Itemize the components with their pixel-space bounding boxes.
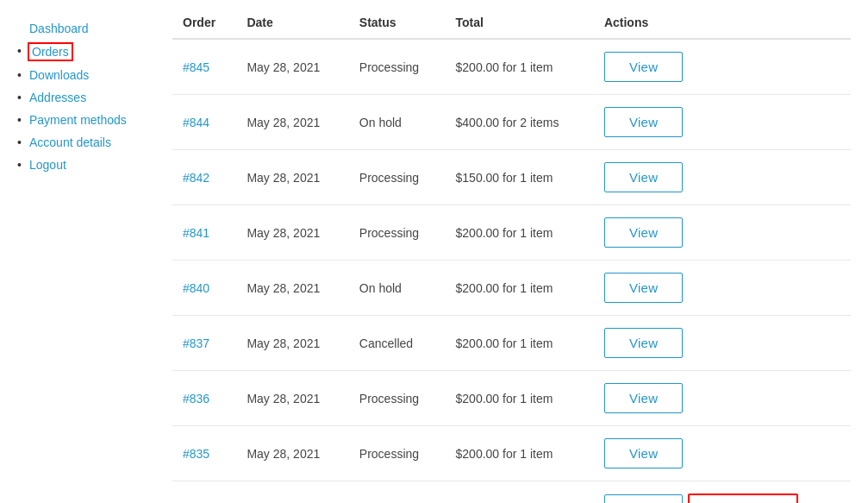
sidebar-item-dashboard[interactable]: Dashboard	[17, 17, 147, 40]
order-date: May 28, 2021	[236, 205, 348, 261]
order-link[interactable]: #837	[183, 336, 209, 350]
order-date: May 28, 2021	[236, 426, 348, 481]
order-date: May 21, 2021	[236, 481, 348, 504]
order-total: $200.00 for 1 item	[446, 261, 594, 316]
order-link[interactable]: #835	[183, 447, 209, 461]
order-actions: View	[594, 261, 851, 316]
col-header-date: Date	[236, 9, 348, 39]
order-status: On hold	[349, 95, 446, 150]
table-row: #842May 28, 2021Processing$150.00 for 1 …	[172, 150, 851, 205]
order-status: Cancelled	[349, 316, 446, 371]
col-header-total: Total	[446, 9, 594, 39]
table-row: #836May 28, 2021Processing$200.00 for 1 …	[172, 371, 851, 426]
order-date: May 28, 2021	[236, 150, 348, 205]
order-actions: View	[594, 371, 851, 426]
order-number: #841	[172, 205, 236, 261]
col-header-status: Status	[349, 9, 446, 39]
view-button[interactable]: View	[604, 328, 683, 358]
sidebar: DashboardOrdersDownloadsAddressesPayment…	[0, 0, 155, 503]
order-actions: View	[594, 205, 851, 261]
order-link[interactable]: #840	[183, 281, 209, 295]
order-date: May 28, 2021	[236, 261, 348, 316]
sidebar-item-account-details[interactable]: Account details	[17, 131, 147, 154]
sidebar-link-logout[interactable]: Logout	[29, 158, 66, 172]
sidebar-link-downloads[interactable]: Downloads	[29, 68, 89, 82]
order-date: May 28, 2021	[236, 95, 348, 150]
order-total: $200.00 for 1 item	[446, 205, 594, 261]
table-row: #834May 21, 2021Completed$350.00 for 2 i…	[172, 481, 851, 504]
order-date: May 28, 2021	[236, 371, 348, 426]
table-row: #844May 28, 2021On hold$400.00 for 2 ite…	[172, 95, 851, 150]
order-actions: View	[594, 316, 851, 371]
order-total: $200.00 for 1 item	[446, 426, 594, 481]
order-total: $200.00 for 1 item	[446, 371, 594, 426]
order-status: Processing	[349, 150, 446, 205]
order-number: #840	[172, 261, 236, 316]
order-link[interactable]: #836	[183, 392, 209, 406]
order-number: #845	[172, 39, 236, 95]
view-button[interactable]: View	[604, 383, 683, 413]
view-button[interactable]: View	[604, 438, 683, 468]
order-total: $200.00 for 1 item	[446, 39, 594, 95]
table-row: #845May 28, 2021Processing$200.00 for 1 …	[172, 39, 851, 95]
sidebar-item-downloads[interactable]: Downloads	[17, 64, 147, 86]
order-total: $400.00 for 2 items	[446, 95, 594, 150]
order-number: #842	[172, 150, 236, 205]
table-row: #835May 28, 2021Processing$200.00 for 1 …	[172, 426, 851, 481]
sidebar-item-logout[interactable]: Logout	[17, 154, 147, 176]
order-number: #835	[172, 426, 236, 481]
sidebar-item-payment-methods[interactable]: Payment methods	[17, 109, 147, 131]
order-total: $200.00 for 1 item	[446, 316, 594, 371]
view-button[interactable]: View	[604, 107, 683, 137]
order-actions: View	[594, 426, 851, 481]
order-link[interactable]: #845	[183, 60, 209, 74]
order-date: May 28, 2021	[236, 39, 348, 95]
order-link[interactable]: #842	[183, 171, 209, 185]
order-link[interactable]: #844	[183, 116, 209, 129]
order-number: #844	[172, 95, 236, 150]
order-status: Processing	[349, 205, 446, 261]
order-number: #836	[172, 371, 236, 426]
sidebar-item-addresses[interactable]: Addresses	[17, 86, 147, 109]
order-status: Processing	[349, 426, 446, 481]
order-total: $350.00 for 2 items	[446, 481, 594, 504]
sidebar-link-orders[interactable]: Orders	[29, 44, 72, 60]
orders-table: OrderDateStatusTotalActions #845May 28, …	[172, 9, 851, 503]
order-number: #834	[172, 481, 236, 504]
order-number: #837	[172, 316, 236, 371]
main-content: OrderDateStatusTotalActions #845May 28, …	[155, 0, 868, 503]
order-status: On hold	[349, 261, 446, 316]
order-date: May 28, 2021	[236, 316, 348, 371]
table-row: #840May 28, 2021On hold$200.00 for 1 ite…	[172, 261, 851, 316]
view-button[interactable]: View	[604, 52, 683, 82]
col-header-actions: Actions	[594, 9, 851, 39]
table-row: #841May 28, 2021Processing$200.00 for 1 …	[172, 205, 851, 261]
sidebar-link-payment-methods[interactable]: Payment methods	[29, 113, 127, 127]
view-button[interactable]: View	[604, 162, 683, 192]
sidebar-link-account-details[interactable]: Account details	[29, 135, 111, 149]
order-status: Completed	[349, 481, 446, 504]
order-actions: View	[594, 39, 851, 95]
order-status: Processing	[349, 39, 446, 95]
col-header-order: Order	[172, 9, 236, 39]
order-link[interactable]: #841	[183, 226, 209, 240]
sidebar-link-addresses[interactable]: Addresses	[29, 91, 86, 104]
order-actions: View	[594, 95, 851, 150]
order-again-button[interactable]: Order Again	[688, 494, 797, 503]
order-actions: ViewOrder Again	[594, 481, 851, 504]
sidebar-link-dashboard[interactable]: Dashboard	[29, 22, 89, 35]
sidebar-item-orders[interactable]: Orders	[17, 40, 147, 64]
order-actions: View	[594, 150, 851, 205]
order-total: $150.00 for 1 item	[446, 150, 594, 205]
view-button[interactable]: View	[604, 273, 683, 303]
view-button[interactable]: View	[604, 494, 683, 503]
order-status: Processing	[349, 371, 446, 426]
view-button[interactable]: View	[604, 217, 683, 248]
table-row: #837May 28, 2021Cancelled$200.00 for 1 i…	[172, 316, 851, 371]
